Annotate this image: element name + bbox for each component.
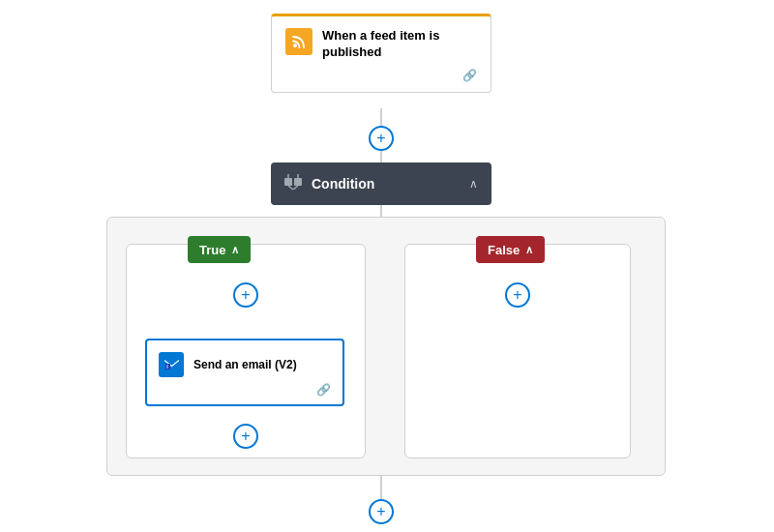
condition-inner: Condition xyxy=(284,174,374,193)
condition-chevron: ∧ xyxy=(469,177,478,191)
trigger-card[interactable]: When a feed item is published 🔗 xyxy=(271,14,491,93)
false-branch-box xyxy=(404,244,631,458)
condition-icon xyxy=(284,174,302,193)
svg-line-17 xyxy=(293,186,298,190)
trigger-card-inner: When a feed item is published xyxy=(285,28,477,61)
email-action-title: Send an email (V2) xyxy=(194,358,297,371)
add-button-true-bottom[interactable]: + xyxy=(233,424,258,449)
email-icon xyxy=(159,352,184,377)
canvas: When a feed item is published 🔗 + Condit… xyxy=(0,0,774,532)
trigger-link-icon: 🔗 xyxy=(285,69,477,82)
email-action-card[interactable]: Send an email (V2) 🔗 xyxy=(145,339,344,406)
add-button-false[interactable]: + xyxy=(505,282,530,308)
add-button-1[interactable]: + xyxy=(369,126,394,151)
svg-point-11 xyxy=(293,44,297,47)
svg-line-16 xyxy=(288,186,293,190)
condition-title: Condition xyxy=(312,176,374,192)
svg-rect-13 xyxy=(294,178,302,186)
email-card-inner: Send an email (V2) xyxy=(159,352,331,377)
false-branch-button[interactable]: False ∧ xyxy=(476,236,545,263)
condition-card[interactable]: Condition ∧ xyxy=(271,163,491,205)
email-link-icon: 🔗 xyxy=(159,383,331,397)
trigger-title: When a feed item is published xyxy=(322,28,477,61)
svg-rect-12 xyxy=(284,178,292,186)
add-button-final[interactable]: + xyxy=(369,499,394,524)
svg-rect-19 xyxy=(165,364,170,369)
add-button-true-top[interactable]: + xyxy=(233,282,258,308)
rss-icon xyxy=(285,28,313,55)
true-branch-button[interactable]: True ∧ xyxy=(188,236,251,263)
